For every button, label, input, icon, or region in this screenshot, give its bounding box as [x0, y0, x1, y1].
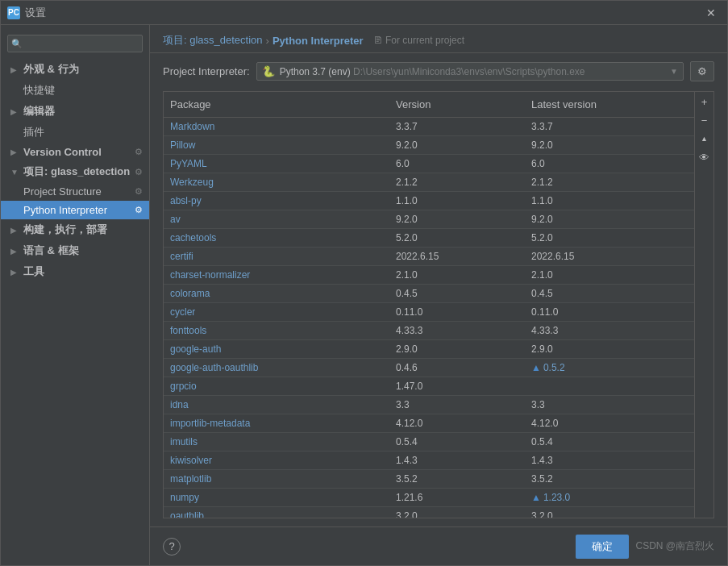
table-row[interactable]: cycler0.11.00.11.0 — [164, 303, 694, 322]
package-name-cell: google-auth — [164, 340, 389, 358]
sidebar-item-project-structure[interactable]: Project Structure ⚙ — [1, 182, 149, 201]
table-row[interactable]: Pillow9.2.09.2.0 — [164, 136, 694, 155]
table-row[interactable]: importlib-metadata4.12.04.12.0 — [164, 414, 694, 433]
package-name-cell: colorama — [164, 285, 389, 302]
table-row[interactable]: PyYAML6.06.0 — [164, 155, 694, 173]
upgrade-arrow-icon: ▲ — [531, 492, 541, 503]
close-button[interactable]: ✕ — [701, 5, 721, 21]
python-interpreter-icon: ⚙ — [135, 205, 143, 215]
package-name-cell: Markdown — [164, 118, 389, 135]
package-name-cell: Werkzeug — [164, 173, 389, 191]
table-row[interactable]: idna3.33.3 — [164, 396, 694, 414]
package-name-cell: cycler — [164, 303, 389, 321]
latest-version-cell: 4.33.3 — [525, 322, 694, 339]
table-header: Package Version Latest version — [164, 92, 694, 118]
breadcrumb-separator: › — [266, 35, 269, 47]
table-row[interactable]: certifi2022.6.152022.6.15 — [164, 248, 694, 266]
version-cell: 9.2.0 — [389, 136, 525, 154]
interpreter-gear-button[interactable]: ⚙ — [690, 61, 714, 81]
sidebar-item-editor[interactable]: ▶ 编辑器 — [1, 101, 149, 122]
table-row[interactable]: charset-normalizer2.1.02.1.0 — [164, 266, 694, 285]
ok-button[interactable]: 确定 — [576, 535, 629, 559]
watermark-text: CSDN @南宫烈火 — [635, 539, 714, 553]
chevron-right-icon: ▶ — [10, 65, 20, 74]
package-name-cell: google-auth-oauthlib — [164, 359, 389, 377]
table-row[interactable]: imutils0.5.40.5.4 — [164, 433, 694, 452]
version-cell: 0.4.5 — [389, 285, 525, 302]
sidebar-item-shortcuts[interactable]: 快捷键 — [1, 80, 149, 101]
interpreter-select[interactable]: 🐍 Python 3.7 (env) D:\Users\yun\Minicond… — [256, 62, 684, 81]
package-name-cell: oauthlib — [164, 507, 389, 518]
package-name-cell: imutils — [164, 433, 389, 451]
latest-version-cell: 2.9.0 — [525, 340, 694, 358]
latest-version-cell: ▲0.5.2 — [525, 359, 694, 377]
chevron-right-icon-editor: ▶ — [10, 107, 20, 116]
version-cell: 1.1.0 — [389, 192, 525, 210]
table-row[interactable]: absl-py1.1.01.1.0 — [164, 192, 694, 210]
interpreter-row: Project Interpreter: 🐍 Python 3.7 (env) … — [163, 61, 714, 81]
table-row[interactable]: kiwisolver1.4.31.4.3 — [164, 452, 694, 470]
version-cell: 0.5.4 — [389, 433, 525, 451]
version-cell: 1.47.0 — [389, 377, 525, 395]
chevron-right-icon-tools: ▶ — [10, 268, 20, 277]
version-cell: 0.11.0 — [389, 303, 525, 321]
chevron-down-icon-project: ▼ — [10, 168, 20, 177]
latest-version-cell: 2.1.0 — [525, 266, 694, 284]
right-side-bar: + − ▲ 👁 — [695, 91, 714, 518]
table-row[interactable]: Markdown3.3.73.3.7 — [164, 118, 694, 136]
breadcrumb-page: Python Interpreter — [272, 35, 364, 47]
latest-version-cell: 5.2.0 — [525, 229, 694, 247]
sidebar-item-appearance[interactable]: ▶ 外观 & 行为 — [1, 59, 149, 80]
settings-window: PC 设置 ✕ 🔍 ▶ 外观 & 行为 快捷键 ▶ 编辑器 — [0, 0, 728, 566]
column-package: Package — [164, 95, 389, 114]
sidebar-item-vcs[interactable]: ▶ Version Control ⚙ — [1, 143, 149, 161]
table-row[interactable]: google-auth-oauthlib0.4.6▲0.5.2 — [164, 359, 694, 377]
table-row[interactable]: cachetools5.2.05.2.0 — [164, 229, 694, 248]
sidebar-item-plugins[interactable]: 插件 — [1, 122, 149, 143]
sidebar-item-languages[interactable]: ▶ 语言 & 框架 — [1, 240, 149, 261]
version-cell: 9.2.0 — [389, 210, 525, 228]
latest-version-cell: 9.2.0 — [525, 210, 694, 228]
table-row[interactable]: oauthlib3.2.03.2.0 — [164, 507, 694, 518]
table-row[interactable]: fonttools4.33.34.33.3 — [164, 322, 694, 340]
search-input[interactable] — [7, 35, 143, 52]
latest-version-cell: 9.2.0 — [525, 136, 694, 154]
table-row[interactable]: Werkzeug2.1.22.1.2 — [164, 173, 694, 192]
eye-button[interactable]: 👁 — [696, 148, 713, 166]
latest-version-cell: 2022.6.15 — [525, 248, 694, 265]
sidebar-item-project[interactable]: ▼ 项目: glass_detection ⚙ — [1, 161, 149, 182]
remove-package-button[interactable]: − — [696, 111, 713, 129]
right-panel: 项目: glass_detection › Python Interpreter… — [150, 25, 727, 565]
version-cell: 0.4.6 — [389, 359, 525, 377]
latest-version-cell: 0.5.4 — [525, 433, 694, 451]
version-cell: 2.1.2 — [389, 173, 525, 191]
table-row[interactable]: colorama0.4.50.4.5 — [164, 285, 694, 303]
breadcrumb-note: 🖹 For current project — [373, 35, 464, 46]
table-row[interactable]: av9.2.09.2.0 — [164, 210, 694, 229]
latest-version-cell: 3.2.0 — [525, 507, 694, 518]
sidebar-item-build[interactable]: ▶ 构建，执行，部署 — [1, 219, 149, 240]
table-row[interactable]: numpy1.21.6▲1.23.0 — [164, 489, 694, 507]
help-button[interactable]: ? — [163, 538, 181, 556]
sidebar-item-tools[interactable]: ▶ 工具 — [1, 261, 149, 282]
table-row[interactable]: google-auth2.9.02.9.0 — [164, 340, 694, 359]
sidebar-item-python-interpreter[interactable]: Python Interpreter ⚙ — [1, 201, 149, 219]
main-content: 🔍 ▶ 外观 & 行为 快捷键 ▶ 编辑器 插件 ▶ Version — [1, 25, 727, 565]
version-cell: 3.5.2 — [389, 470, 525, 488]
scroll-up-button[interactable]: ▲ — [696, 130, 713, 148]
app-icon: PC — [7, 6, 20, 19]
project-structure-icon: ⚙ — [135, 186, 143, 197]
latest-version-cell: 3.5.2 — [525, 470, 694, 488]
panel-body: Project Interpreter: 🐍 Python 3.7 (env) … — [150, 53, 727, 526]
latest-version-cell: 2.1.2 — [525, 173, 694, 191]
chevron-right-icon-vcs: ▶ — [10, 148, 20, 156]
table-row[interactable]: matplotlib3.5.23.5.2 — [164, 470, 694, 489]
table-row[interactable]: grpcio1.47.0 — [164, 377, 694, 396]
add-package-button[interactable]: + — [696, 93, 713, 110]
packages-table-wrapper: Package Version Latest version Markdown3… — [163, 91, 714, 518]
package-name-cell: importlib-metadata — [164, 414, 389, 432]
footer-right: 确定 CSDN @南宫烈火 — [576, 535, 714, 559]
window-title: 设置 — [25, 6, 46, 20]
package-name-cell: Pillow — [164, 136, 389, 154]
package-name-cell: charset-normalizer — [164, 266, 389, 284]
